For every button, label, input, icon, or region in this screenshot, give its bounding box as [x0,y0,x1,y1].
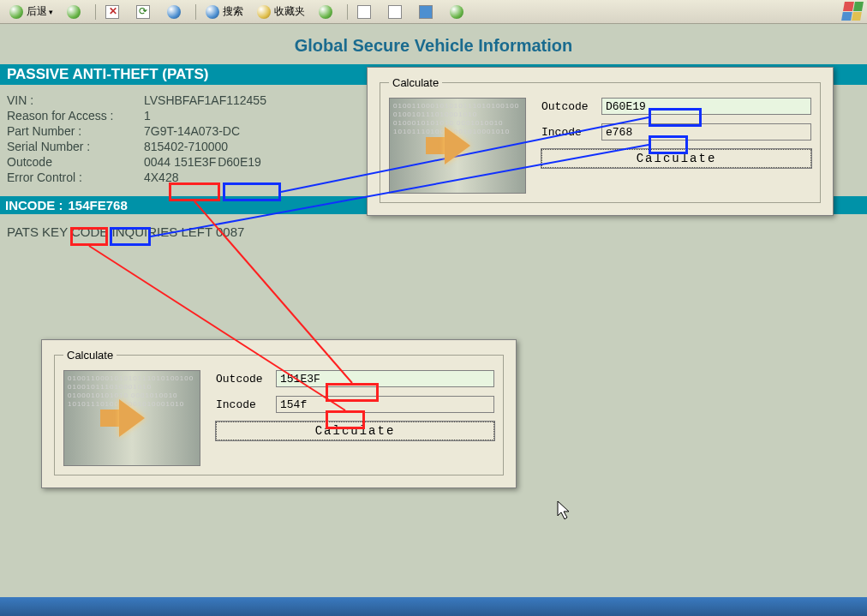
arrow-icon [445,127,470,164]
calculate-button[interactable]: Calculate [216,422,494,440]
home-icon [167,5,181,19]
back-icon [9,5,23,19]
messenger-icon [450,5,463,19]
calculate-dialog-bottom: Calculate 010011000101010111010100100 01… [41,339,517,488]
stop-button[interactable]: ✕ [99,3,129,21]
partnum-label: Part Number : [7,124,144,138]
search-label: 搜索 [223,4,243,19]
mail-icon [357,5,371,19]
outcode-seg1: 151E3F [174,155,216,169]
favorites-label: 收藏夹 [274,4,305,19]
print-button[interactable] [382,3,411,21]
stop-icon: ✕ [105,5,119,19]
chevron-down-icon: ▾ [49,8,53,16]
key-inq-prefix: PATS KEY CODE INQUIRIES LEFT [7,224,216,239]
arrow-icon [119,399,145,437]
calculate-dialog-top: Calculate 010011000101010111010100100 01… [367,67,834,216]
windows-logo-icon [841,2,864,21]
reason-label: Reason for Access : [7,109,144,123]
ie-toolbar: 后退 ▾ ✕ ⟳ 搜索 收藏夹 [0,0,867,24]
error-value: 4X428 [144,170,178,184]
calc-legend: Calculate [389,76,442,89]
outcode-seg2: D60E19 [218,155,261,169]
history-icon [319,5,332,19]
error-label: Error Control : [7,170,144,184]
outcode-input[interactable] [276,370,494,387]
arrow-graphic: 010011000101010111010100100 010010111010… [63,370,200,466]
partnum-value: 7G9T-14A073-DC [144,124,240,138]
star-icon [257,5,271,19]
messenger-button[interactable] [444,3,473,21]
outcode-prefix: 0044 [144,155,170,169]
calc-fields-top: Outcode Incode Calculate [526,98,811,194]
refresh-button[interactable]: ⟳ [130,3,159,21]
back-label: 后退 [27,4,47,19]
separator [95,4,96,20]
calc-fieldset-bottom: Calculate 010011000101010111010100100 01… [54,349,504,475]
favorites-button[interactable]: 收藏夹 [251,2,311,21]
incode-label: INCODE : [5,198,63,212]
calculate-button[interactable]: Calculate [541,149,811,168]
key-inq-value: 0087 [216,224,244,239]
search-button[interactable]: 搜索 [200,2,249,21]
incode-input[interactable] [601,123,811,141]
outcode-label: Outcode [7,155,144,169]
page-content: Global Secure Vehicle Information PASSIV… [0,24,867,597]
calc-legend: Calculate [63,349,117,362]
serial-label: Serial Number : [7,140,144,153]
search-icon [206,5,219,19]
outcode-field-label: Outcode [541,100,601,113]
refresh-icon: ⟳ [136,5,150,19]
home-button[interactable] [161,3,190,21]
history-button[interactable] [313,3,342,21]
mail-button[interactable] [351,3,380,21]
reason-value: 1 [144,109,151,123]
incode-seg2: E768 [98,198,128,212]
forward-button[interactable] [61,3,90,21]
vin-label: VIN : [7,93,144,107]
key-inquiries: PATS KEY CODE INQUIRIES LEFT 0087 [0,214,867,249]
incode-field-label: Incode [541,126,601,139]
outcode-field-label: Outcode [216,373,276,386]
page-title: Global Secure Vehicle Information [0,24,867,64]
separator [195,4,196,20]
arrow-graphic: 010011000101010111010100100 010010111010… [389,98,526,194]
separator [347,4,348,20]
forward-icon [67,5,81,19]
word-icon [419,5,433,19]
windows-taskbar[interactable] [0,597,867,616]
edit-button[interactable] [413,3,442,21]
incode-field-label: Incode [216,398,276,411]
calc-fields-bottom: Outcode Incode Calculate [200,370,494,466]
serial-value: 815402-710000 [144,140,228,153]
incode-seg1: 154F [69,198,98,212]
incode-input[interactable] [276,396,494,413]
outcode-input[interactable] [601,98,811,115]
calc-fieldset-top: Calculate 010011000101010111010100100 01… [380,76,821,203]
vin-value: LVSHBFAF1AF112455 [144,93,266,107]
back-button[interactable]: 后退 ▾ [3,2,59,21]
print-icon [388,5,402,19]
